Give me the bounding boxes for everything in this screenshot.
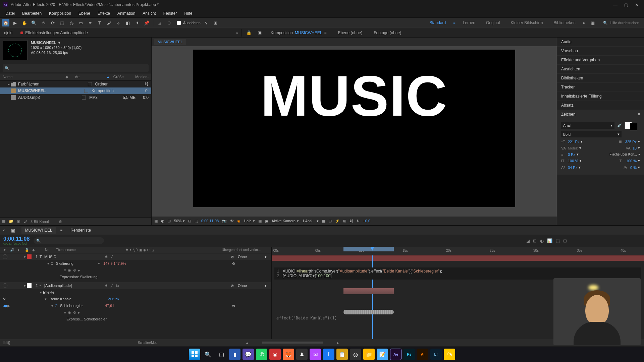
twirl-icon[interactable]: ▾ bbox=[23, 255, 27, 259]
toggle-switches-icon[interactable]: ⊞ bbox=[3, 341, 5, 345]
new-folder-icon[interactable]: 📁 bbox=[9, 219, 13, 224]
menu-ebene[interactable]: Ebene bbox=[75, 10, 94, 16]
pickwhip-icon[interactable]: ⊚ bbox=[231, 284, 234, 288]
layer-tab[interactable]: Ebene (ohne) bbox=[334, 29, 366, 37]
camera-tool[interactable]: ⬚ bbox=[58, 19, 66, 26]
slider-row[interactable]: ◀◆▶ ▾ ⏱ Schieberegler 47,91 ⊚ bbox=[0, 302, 271, 309]
camera-dropdown[interactable]: Aktive Kamera ▾ bbox=[272, 219, 299, 223]
roi-icon[interactable]: ⬚ bbox=[195, 219, 198, 223]
panel-zeichen[interactable]: Zeichen≡ bbox=[557, 110, 644, 119]
expr-pickwhip-icon[interactable]: ⊚ bbox=[73, 268, 76, 273]
fast-preview-icon[interactable]: ⚡ bbox=[335, 219, 340, 223]
snap-icon[interactable]: ◢ bbox=[156, 19, 163, 26]
panel-overflow-icon[interactable]: » bbox=[236, 31, 241, 35]
bit-depth[interactable]: 8-Bit-Kanal bbox=[31, 220, 49, 224]
taskbar-messenger[interactable]: ✉ bbox=[310, 349, 321, 360]
taskbar-facebook[interactable]: f bbox=[323, 349, 334, 360]
zoom-out-icon[interactable]: ▲ bbox=[246, 341, 249, 345]
comp-breadcrumb[interactable]: MUSICWHEEL bbox=[154, 39, 186, 45]
brush-tool[interactable]: 🖌 bbox=[105, 19, 113, 26]
expr-enable-icon[interactable]: ≡ bbox=[64, 310, 66, 314]
zoom-slider[interactable] bbox=[262, 342, 323, 344]
label-color[interactable] bbox=[27, 254, 32, 259]
rotate-tool[interactable]: ⟳ bbox=[49, 19, 56, 26]
zoom-tool[interactable]: 🔍 bbox=[30, 19, 38, 26]
workspace-original[interactable]: Original bbox=[483, 19, 503, 26]
panel-ausrichten[interactable]: Ausrichten bbox=[557, 65, 644, 74]
timeline-tab-comp[interactable]: MUSICWHEEL bbox=[21, 227, 55, 234]
3d-icon[interactable]: ▣ bbox=[265, 219, 268, 223]
stroke-width[interactable]: ≡0 Px▾ bbox=[561, 152, 579, 157]
layer-bar-2[interactable] bbox=[343, 288, 394, 294]
align-checkbox[interactable] bbox=[177, 21, 181, 25]
orbit-tool[interactable]: ⟲ bbox=[40, 19, 47, 26]
workspace-standard[interactable]: Standard bbox=[426, 19, 449, 26]
project-item-audio[interactable]: AUDIO.mp3 MP3 5,5 MB0:0 bbox=[0, 94, 151, 101]
menu-bearbeiten[interactable]: Bearbeiten bbox=[19, 10, 45, 16]
layer-bar-1[interactable] bbox=[272, 255, 644, 261]
taskbar-app[interactable]: 🛍 bbox=[444, 349, 455, 360]
zoom-dropdown[interactable]: 50% ▾ bbox=[174, 219, 185, 223]
taskbar-photoshop[interactable]: Ps bbox=[404, 349, 415, 360]
workspace-kleiner[interactable]: Kleiner Bildschirm bbox=[507, 19, 546, 26]
timeline-icon[interactable]: ⊞ bbox=[343, 219, 346, 223]
snapping-icon[interactable]: ⤡ bbox=[203, 19, 210, 26]
draft3d-icon[interactable]: ⬚ bbox=[556, 238, 560, 243]
expr-graph-icon[interactable]: ◉ bbox=[68, 310, 71, 315]
effect-controls-tab[interactable]: Effekteinstellungen Audioamplitude bbox=[16, 29, 92, 37]
clone-tool[interactable]: ⟐ bbox=[115, 19, 122, 26]
baseline-shift[interactable]: Aª34 Px▾ bbox=[561, 165, 581, 170]
help-search[interactable]: 🔍 Hilfe durchsuchen bbox=[600, 20, 642, 26]
panel-effekte[interactable]: Effekte und Vorgaben bbox=[557, 56, 644, 65]
vertical-scale[interactable]: IT100 %▾ bbox=[561, 159, 582, 163]
viewer-timecode[interactable]: 0:00:11:08 bbox=[201, 219, 219, 223]
hand-tool[interactable]: ✋ bbox=[21, 19, 28, 26]
work-area[interactable] bbox=[343, 247, 394, 251]
taskbar-app[interactable]: ♟ bbox=[296, 349, 308, 360]
flowchart-icon[interactable]: ⛓ bbox=[350, 219, 353, 223]
visibility-toggle[interactable] bbox=[3, 254, 7, 259]
views-dropdown[interactable]: 1 Ansi... ▾ bbox=[302, 219, 319, 223]
project-tab[interactable]: ojekt bbox=[0, 29, 16, 37]
taskbar-after-effects[interactable]: Ae bbox=[390, 349, 401, 360]
twirl-icon[interactable]: ▾ bbox=[23, 284, 27, 288]
exposure[interactable]: +0,0 bbox=[363, 219, 370, 223]
taskbar-app[interactable]: 💬 bbox=[243, 349, 254, 360]
taskbar-whatsapp[interactable]: ✆ bbox=[256, 349, 267, 360]
show-snapshot-icon[interactable]: 👁 bbox=[230, 219, 234, 223]
effects-group[interactable]: ▾Effekte bbox=[0, 289, 271, 296]
taskbar-obs[interactable]: ◎ bbox=[350, 349, 361, 360]
channel-icon[interactable]: ◉ bbox=[237, 219, 240, 223]
graph-editor-icon[interactable]: 📊 bbox=[547, 238, 552, 243]
fill-option-dropdown[interactable]: Fläche über Kon...▾ bbox=[609, 153, 640, 156]
menu-datei[interactable]: Datei bbox=[2, 10, 18, 16]
menu-effekte[interactable]: Effekte bbox=[94, 10, 113, 16]
maximize-button[interactable]: ▢ bbox=[624, 2, 628, 7]
snapshot-icon[interactable]: 📷 bbox=[222, 219, 227, 223]
refresh-icon[interactable]: ↻ bbox=[357, 219, 360, 223]
stroke-swatch[interactable] bbox=[630, 123, 637, 130]
shy-icon[interactable]: ◢ bbox=[526, 238, 530, 243]
menu-animation[interactable]: Animation bbox=[114, 10, 139, 16]
start-button[interactable] bbox=[189, 349, 200, 360]
sort-icon[interactable]: ▲ bbox=[106, 75, 110, 79]
panel-icon[interactable]: ▦ bbox=[589, 19, 596, 26]
parent-dropdown[interactable]: Ohne▾ bbox=[235, 254, 269, 259]
puppet-tool[interactable]: 📌 bbox=[143, 19, 150, 26]
interpret-icon[interactable]: ▦ bbox=[2, 219, 5, 224]
composition-tab[interactable]: Komposition MUSICWHEEL ≡ bbox=[267, 29, 330, 37]
res-icon[interactable]: ⊡ bbox=[188, 219, 191, 223]
close-button[interactable]: ✕ bbox=[635, 2, 639, 7]
pickwhip-icon[interactable]: ⊚ bbox=[232, 304, 235, 308]
roto-tool[interactable]: ✦ bbox=[133, 19, 141, 26]
close-tab-icon[interactable]: × bbox=[3, 228, 5, 232]
font-family-dropdown[interactable]: Arial▾ bbox=[561, 122, 614, 129]
taskbar-lightroom[interactable]: Lr bbox=[430, 349, 442, 360]
font-weight-dropdown[interactable]: Bold▾ bbox=[561, 131, 622, 137]
taskbar-firefox[interactable]: 🦊 bbox=[283, 349, 294, 360]
taskbar-app[interactable]: ▮ bbox=[229, 349, 240, 360]
snapping-icon2[interactable]: ⊞ bbox=[212, 19, 219, 26]
trash-icon[interactable]: 🗑 bbox=[59, 220, 62, 224]
transparency-icon[interactable]: ▦ bbox=[258, 219, 262, 223]
eyedropper-icon[interactable]: 💉 bbox=[617, 123, 622, 128]
